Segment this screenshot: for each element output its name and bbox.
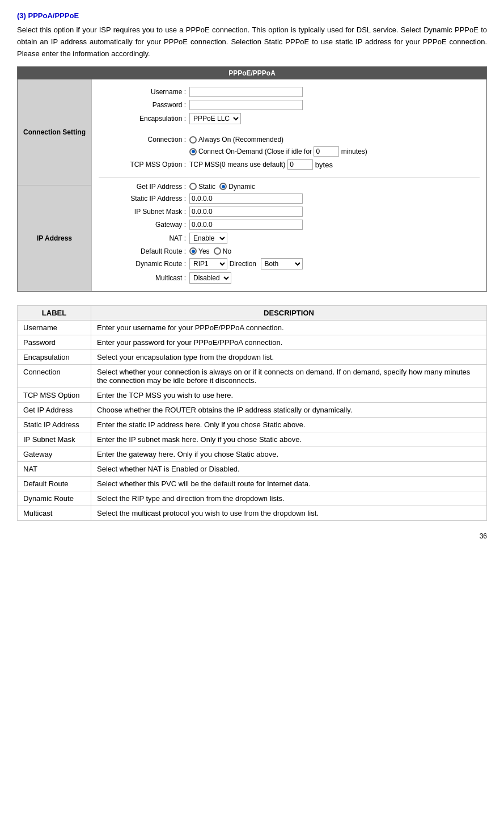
table-row: IP Subnet MaskEnter the IP subnet mask h…: [18, 432, 487, 447]
multicast-select[interactable]: Disabled IGMP-v1 IGMP-v2: [189, 272, 231, 284]
table-cell-desc: Select your encapsulation type from the …: [91, 350, 487, 365]
dynamic-route-label: Dynamic Route :: [99, 260, 189, 268]
idle-minutes-input[interactable]: [314, 146, 339, 157]
password-input[interactable]: [189, 100, 303, 110]
table-cell-label: Get IP Address: [18, 403, 91, 418]
config-body: Connection Setting IP Address Username :…: [18, 79, 486, 291]
table-row: UsernameEnter your username for your PPP…: [18, 321, 487, 335]
route-yes-radio[interactable]: [189, 247, 197, 255]
table-row: Default RouteSelect whether this PVC wil…: [18, 477, 487, 491]
page-number: 36: [17, 532, 487, 540]
table-cell-label: Connection: [18, 365, 91, 388]
table-cell-label: Username: [18, 321, 91, 335]
table-row: NATSelect whether NAT is Enabled or Disa…: [18, 462, 487, 477]
route-no-label: No: [223, 247, 231, 255]
default-route-row: Default Route : Yes No: [99, 247, 480, 255]
page-title: (3) PPPoA/PPPoE: [17, 11, 487, 20]
table-cell-label: Static IP Address: [18, 418, 91, 432]
tcp-mss-desc: TCP MSS(0 means use default): [189, 161, 285, 169]
multicast-label: Multicast :: [99, 274, 189, 282]
default-route-label: Default Route :: [99, 247, 189, 255]
table-cell-desc: Select whether NAT is Enabled or Disable…: [91, 462, 487, 477]
table-cell-desc: Enter the TCP MSS you wish to use here.: [91, 388, 487, 403]
ip-address-section: Get IP Address : Static Dynamic Static I…: [99, 182, 480, 284]
static-radio[interactable]: [189, 183, 197, 190]
label-header: LABEL: [18, 306, 91, 321]
dynamic-radio[interactable]: [219, 183, 227, 190]
always-on-radio[interactable]: [189, 136, 197, 144]
username-input[interactable]: [189, 87, 303, 97]
table-cell-desc: Enter your password for your PPPoE/PPPoA…: [91, 335, 487, 350]
table-cell-label: Password: [18, 335, 91, 350]
table-row: TCP MSS OptionEnter the TCP MSS you wish…: [18, 388, 487, 403]
get-ip-row: Get IP Address : Static Dynamic: [99, 182, 480, 191]
nat-select[interactable]: Enable Disable: [189, 233, 227, 244]
table-row: Static IP AddressEnter the static IP add…: [18, 418, 487, 432]
nat-row: NAT : Enable Disable: [99, 233, 480, 244]
always-on-option[interactable]: Always On (Recommended): [189, 136, 283, 144]
connect-demand-option[interactable]: Connect On-Demand (Close if idle for min…: [189, 146, 367, 157]
table-cell-desc: Enter your username for your PPPoE/PPPoA…: [91, 321, 487, 335]
table-cell-label: NAT: [18, 462, 91, 477]
encapsulation-select[interactable]: PPPoE LLC PPPoE VC PPPoA LLC PPPoA VC: [189, 113, 241, 124]
config-main: Username : Password : Encapsulation : PP…: [91, 79, 486, 291]
table-cell-label: Multicast: [18, 506, 91, 521]
rip-select[interactable]: RIP1 RIP2-B RIP2-M: [189, 258, 227, 270]
table-cell-desc: Enter the gateway here. Only if you chos…: [91, 447, 487, 462]
static-ip-row: Static IP Address :: [99, 193, 480, 204]
connection-always-row: Connection : Always On (Recommended): [99, 136, 480, 144]
minutes-label: minutes): [341, 148, 367, 155]
password-row: Password :: [99, 100, 480, 110]
table-row: GatewayEnter the gateway here. Only if y…: [18, 447, 487, 462]
section-label-ip: IP Address: [18, 185, 91, 291]
config-header: PPPoE/PPPoA: [18, 67, 486, 79]
description-table: LABEL DESCRIPTION UsernameEnter your use…: [17, 305, 487, 521]
nat-label: NAT :: [99, 234, 189, 242]
table-cell-desc: Select whether your connection is always…: [91, 365, 487, 388]
route-no-radio[interactable]: [214, 247, 221, 255]
subnet-mask-input[interactable]: [189, 207, 303, 217]
static-ip-label: Static IP Address :: [99, 195, 189, 203]
dynamic-ip-option[interactable]: Dynamic: [219, 183, 255, 191]
table-cell-desc: Select whether this PVC will be the defa…: [91, 477, 487, 491]
table-row: EncapsulationSelect your encapsulation t…: [18, 350, 487, 365]
route-yes-option[interactable]: Yes: [189, 247, 210, 255]
bytes-label: bytes: [315, 161, 333, 169]
multicast-row: Multicast : Disabled IGMP-v1 IGMP-v2: [99, 272, 480, 284]
description-header: DESCRIPTION: [91, 306, 487, 321]
table-cell-label: IP Subnet Mask: [18, 432, 91, 447]
table-header-row: LABEL DESCRIPTION: [18, 306, 487, 321]
connect-demand-label: Connect On-Demand (Close if idle for: [198, 148, 312, 155]
tcp-mss-label: TCP MSS Option :: [99, 161, 189, 169]
static-label: Static: [198, 183, 215, 191]
password-label: Password :: [99, 101, 189, 109]
table-cell-label: Encapsulation: [18, 350, 91, 365]
subnet-mask-row: IP Subnet Mask :: [99, 207, 480, 217]
static-ip-option[interactable]: Static: [189, 183, 215, 191]
dynamic-label: Dynamic: [228, 183, 255, 191]
static-ip-input[interactable]: [189, 193, 303, 204]
route-yes-label: Yes: [198, 247, 210, 255]
username-label: Username :: [99, 88, 189, 96]
gateway-label: Gateway :: [99, 221, 189, 229]
section-label-connection: Connection Setting: [18, 79, 91, 185]
table-cell-desc: Enter the IP subnet mask here. Only if y…: [91, 432, 487, 447]
encapsulation-row: Encapsulation : PPPoE LLC PPPoE VC PPPoA…: [99, 113, 480, 124]
connection-setting-section: Username : Password : Encapsulation : PP…: [99, 87, 480, 178]
table-cell-desc: Select the RIP type and direction from t…: [91, 491, 487, 506]
table-row: Dynamic RouteSelect the RIP type and dir…: [18, 491, 487, 506]
table-cell-label: Default Route: [18, 477, 91, 491]
route-no-option[interactable]: No: [214, 247, 231, 255]
dynamic-route-row: Dynamic Route : RIP1 RIP2-B RIP2-M Direc…: [99, 258, 480, 270]
config-box: PPPoE/PPPoA Connection Setting IP Addres…: [17, 66, 487, 292]
always-on-label: Always On (Recommended): [198, 136, 283, 144]
table-row: MulticastSelect the multicast protocol y…: [18, 506, 487, 521]
connect-demand-radio[interactable]: [189, 148, 197, 155]
tcp-mss-row: TCP MSS Option : TCP MSS(0 means use def…: [99, 159, 480, 170]
config-side: Connection Setting IP Address: [18, 79, 91, 291]
tcp-mss-input[interactable]: [287, 159, 313, 170]
subnet-mask-label: IP Subnet Mask :: [99, 208, 189, 216]
direction-select[interactable]: Both In Only Out Only None: [261, 258, 303, 270]
gateway-input[interactable]: [189, 220, 303, 230]
direction-label: Direction: [230, 260, 256, 268]
